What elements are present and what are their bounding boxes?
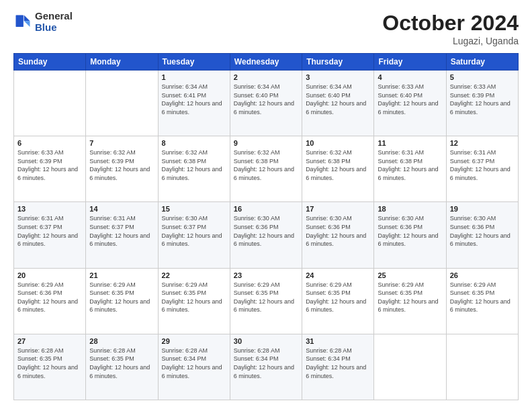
table-row: 8Sunrise: 6:32 AM Sunset: 6:38 PM Daylig… [158,136,230,202]
day-info: Sunrise: 6:32 AM Sunset: 6:38 PM Dayligh… [162,148,226,182]
day-info: Sunrise: 6:29 AM Sunset: 6:35 PM Dayligh… [378,281,442,314]
header: General Blue October 2024 Lugazi, Uganda [13,11,519,46]
day-info: Sunrise: 6:29 AM Sunset: 6:35 PM Dayligh… [234,281,298,314]
day-number: 13 [17,205,82,213]
svg-marker-0 [24,15,30,21]
calendar-week-3: 13Sunrise: 6:31 AM Sunset: 6:37 PM Dayli… [14,202,519,268]
page: General Blue October 2024 Lugazi, Uganda… [0,0,532,411]
table-row: 23Sunrise: 6:29 AM Sunset: 6:35 PM Dayli… [230,268,302,334]
table-row: 3Sunrise: 6:34 AM Sunset: 6:40 PM Daylig… [302,71,374,136]
calendar-week-4: 20Sunrise: 6:29 AM Sunset: 6:36 PM Dayli… [14,268,519,334]
table-row: 5Sunrise: 6:33 AM Sunset: 6:39 PM Daylig… [446,71,518,136]
table-row: 29Sunrise: 6:28 AM Sunset: 6:34 PM Dayli… [158,334,230,400]
table-row: 25Sunrise: 6:29 AM Sunset: 6:35 PM Dayli… [374,268,446,334]
col-wednesday: Wednesday [230,54,302,71]
day-number: 5 [450,73,515,81]
day-info: Sunrise: 6:34 AM Sunset: 6:40 PM Dayligh… [234,83,298,116]
day-info: Sunrise: 6:28 AM Sunset: 6:35 PM Dayligh… [89,347,154,380]
month-title: October 2024 [382,11,519,36]
day-number: 4 [378,73,442,81]
day-info: Sunrise: 6:29 AM Sunset: 6:35 PM Dayligh… [89,281,154,314]
day-number: 15 [162,205,226,213]
table-row [86,71,158,136]
day-info: Sunrise: 6:33 AM Sunset: 6:40 PM Dayligh… [378,83,442,116]
day-info: Sunrise: 6:32 AM Sunset: 6:39 PM Dayligh… [89,148,154,182]
day-info: Sunrise: 6:31 AM Sunset: 6:38 PM Dayligh… [378,148,442,182]
table-row [374,334,446,400]
table-row: 20Sunrise: 6:29 AM Sunset: 6:36 PM Dayli… [14,268,86,334]
table-row: 6Sunrise: 6:33 AM Sunset: 6:39 PM Daylig… [14,136,86,202]
title-block: October 2024 Lugazi, Uganda [382,11,519,46]
col-monday: Monday [86,54,158,71]
logo-blue: Blue [35,22,73,34]
col-tuesday: Tuesday [158,54,230,71]
day-info: Sunrise: 6:28 AM Sunset: 6:35 PM Dayligh… [17,347,82,380]
col-friday: Friday [374,54,446,71]
day-number: 23 [234,271,298,279]
day-info: Sunrise: 6:29 AM Sunset: 6:35 PM Dayligh… [306,281,370,314]
col-sunday: Sunday [14,54,86,71]
day-number: 21 [89,271,154,279]
day-info: Sunrise: 6:31 AM Sunset: 6:37 PM Dayligh… [450,148,515,182]
table-row: 13Sunrise: 6:31 AM Sunset: 6:37 PM Dayli… [14,202,86,268]
table-row: 12Sunrise: 6:31 AM Sunset: 6:37 PM Dayli… [446,136,518,202]
table-row: 26Sunrise: 6:29 AM Sunset: 6:35 PM Dayli… [446,268,518,334]
col-thursday: Thursday [302,54,374,71]
table-row: 14Sunrise: 6:31 AM Sunset: 6:37 PM Dayli… [86,202,158,268]
day-info: Sunrise: 6:32 AM Sunset: 6:38 PM Dayligh… [306,148,370,182]
day-info: Sunrise: 6:34 AM Sunset: 6:41 PM Dayligh… [162,83,226,116]
day-info: Sunrise: 6:29 AM Sunset: 6:36 PM Dayligh… [17,281,82,314]
day-info: Sunrise: 6:31 AM Sunset: 6:37 PM Dayligh… [89,214,154,248]
day-number: 16 [234,205,298,213]
logo-general: General [35,11,73,22]
location: Lugazi, Uganda [382,36,519,46]
table-row: 16Sunrise: 6:30 AM Sunset: 6:36 PM Dayli… [230,202,302,268]
day-number: 18 [378,205,442,213]
weekday-header-row: Sunday Monday Tuesday Wednesday Thursday… [14,54,519,71]
calendar-week-5: 27Sunrise: 6:28 AM Sunset: 6:35 PM Dayli… [14,334,519,400]
day-number: 12 [450,139,515,147]
table-row: 7Sunrise: 6:32 AM Sunset: 6:39 PM Daylig… [86,136,158,202]
calendar-week-1: 1Sunrise: 6:34 AM Sunset: 6:41 PM Daylig… [14,71,519,136]
day-info: Sunrise: 6:28 AM Sunset: 6:34 PM Dayligh… [234,347,298,380]
day-number: 8 [162,139,226,147]
table-row: 2Sunrise: 6:34 AM Sunset: 6:40 PM Daylig… [230,71,302,136]
day-number: 11 [378,139,442,147]
table-row: 27Sunrise: 6:28 AM Sunset: 6:35 PM Dayli… [14,334,86,400]
day-info: Sunrise: 6:29 AM Sunset: 6:35 PM Dayligh… [450,281,515,314]
day-number: 2 [234,73,298,81]
logo-icon [13,13,32,32]
svg-marker-1 [24,21,30,27]
day-info: Sunrise: 6:33 AM Sunset: 6:39 PM Dayligh… [17,148,82,182]
calendar-table: Sunday Monday Tuesday Wednesday Thursday… [13,53,519,400]
table-row: 31Sunrise: 6:28 AM Sunset: 6:34 PM Dayli… [302,334,374,400]
day-info: Sunrise: 6:31 AM Sunset: 6:37 PM Dayligh… [17,214,82,248]
table-row: 19Sunrise: 6:30 AM Sunset: 6:36 PM Dayli… [446,202,518,268]
day-info: Sunrise: 6:30 AM Sunset: 6:36 PM Dayligh… [234,214,298,248]
day-info: Sunrise: 6:30 AM Sunset: 6:36 PM Dayligh… [306,214,370,248]
day-info: Sunrise: 6:33 AM Sunset: 6:39 PM Dayligh… [450,83,515,116]
day-info: Sunrise: 6:30 AM Sunset: 6:36 PM Dayligh… [450,214,515,248]
day-number: 20 [17,271,82,279]
col-saturday: Saturday [446,54,518,71]
table-row: 4Sunrise: 6:33 AM Sunset: 6:40 PM Daylig… [374,71,446,136]
calendar-week-2: 6Sunrise: 6:33 AM Sunset: 6:39 PM Daylig… [14,136,519,202]
day-info: Sunrise: 6:30 AM Sunset: 6:37 PM Dayligh… [162,214,226,248]
day-number: 28 [89,337,154,345]
table-row: 17Sunrise: 6:30 AM Sunset: 6:36 PM Dayli… [302,202,374,268]
day-info: Sunrise: 6:28 AM Sunset: 6:34 PM Dayligh… [306,347,370,380]
day-number: 9 [234,139,298,147]
day-number: 29 [162,337,226,345]
day-number: 25 [378,271,442,279]
day-info: Sunrise: 6:34 AM Sunset: 6:40 PM Dayligh… [306,83,370,116]
table-row [446,334,518,400]
table-row: 24Sunrise: 6:29 AM Sunset: 6:35 PM Dayli… [302,268,374,334]
day-number: 7 [89,139,154,147]
day-info: Sunrise: 6:32 AM Sunset: 6:38 PM Dayligh… [234,148,298,182]
day-info: Sunrise: 6:28 AM Sunset: 6:34 PM Dayligh… [162,347,226,380]
table-row: 15Sunrise: 6:30 AM Sunset: 6:37 PM Dayli… [158,202,230,268]
table-row: 21Sunrise: 6:29 AM Sunset: 6:35 PM Dayli… [86,268,158,334]
day-number: 3 [306,73,370,81]
day-number: 30 [234,337,298,345]
table-row: 22Sunrise: 6:29 AM Sunset: 6:35 PM Dayli… [158,268,230,334]
